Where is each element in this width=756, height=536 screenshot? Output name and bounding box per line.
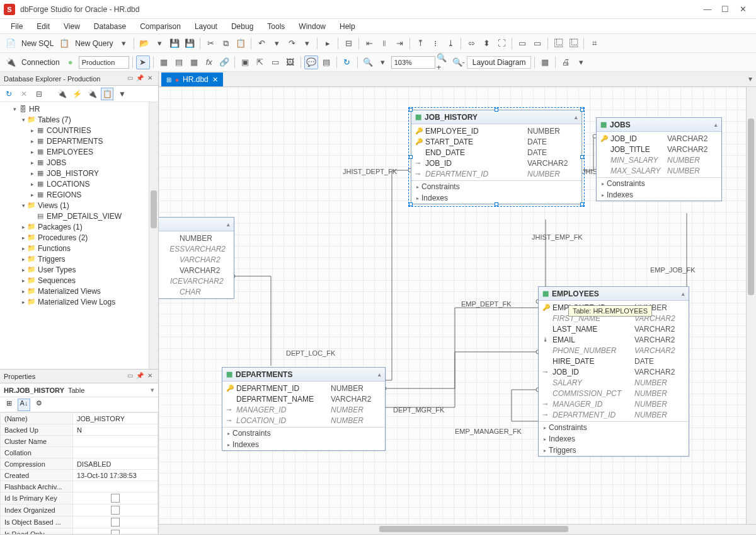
fk-label[interactable]: EMP_JOB_FK xyxy=(649,266,697,274)
pane-window-icon[interactable]: ▭ xyxy=(125,372,134,381)
entity-job-history[interactable]: ▦JOB_HISTORY▴🔑EMPLOYEE_IDNUMBER🔑START_DA… xyxy=(411,110,582,204)
expand-icon[interactable]: ▸ xyxy=(544,425,546,431)
redo-dropdown-icon[interactable]: ▾ xyxy=(300,37,314,50)
connection-dropdown[interactable]: Production xyxy=(79,56,129,69)
pane-close-icon[interactable]: ✕ xyxy=(146,74,154,83)
prop-value[interactable] xyxy=(73,528,158,535)
maximize-button[interactable]: ☐ xyxy=(721,4,730,14)
props-categorized-icon[interactable]: ⊞ xyxy=(3,399,15,411)
script-icon[interactable]: 📋 xyxy=(101,88,113,100)
expand-icon[interactable]: ▸ xyxy=(544,448,546,453)
column-name[interactable]: DEPARTMENT_NAME xyxy=(236,395,331,404)
tree-table[interactable]: LOCATIONS xyxy=(45,180,89,189)
tree-folder[interactable]: Packages (1) xyxy=(37,223,83,231)
align-bottom-icon[interactable]: ⤓ xyxy=(444,37,457,50)
collapse-icon[interactable]: ⊟ xyxy=(33,88,45,100)
align-hcenter-icon[interactable]: ⫶ xyxy=(428,37,442,50)
tree-table[interactable]: REGIONS xyxy=(45,190,81,199)
crop-tool-icon[interactable]: ▣ xyxy=(238,55,252,69)
menu-file[interactable]: File xyxy=(5,20,28,33)
tree-views[interactable]: Views (1) xyxy=(37,201,69,210)
zoom-in-icon[interactable]: 🔍+ xyxy=(437,55,450,69)
container-tool-icon[interactable]: ▦ xyxy=(538,55,552,69)
prop-value[interactable] xyxy=(73,516,158,528)
pane-pin-icon[interactable]: 📌 xyxy=(135,372,144,381)
pane-window-icon[interactable]: ▭ xyxy=(125,74,134,83)
refresh-icon[interactable]: ↻ xyxy=(340,55,354,69)
column-name[interactable]: JOB_ID xyxy=(553,368,634,376)
entity-section[interactable]: Indexes xyxy=(549,434,575,443)
prop-value[interactable] xyxy=(73,447,158,458)
zoom-dropdown[interactable]: 103% xyxy=(391,56,435,69)
entity-section[interactable]: Constraints xyxy=(549,423,587,432)
menu-database[interactable]: Database xyxy=(88,20,132,33)
collapse-icon[interactable]: ▴ xyxy=(682,291,685,297)
align-top-icon[interactable]: ⤒ xyxy=(413,37,427,50)
open-dropdown-icon[interactable]: ▾ xyxy=(152,37,166,50)
props-events-icon[interactable]: ⚙ xyxy=(33,399,45,411)
column-name[interactable]: HIRE_DATE xyxy=(553,357,634,366)
collapse-icon[interactable]: ▴ xyxy=(378,371,381,378)
send-back-icon[interactable]: ▭ xyxy=(530,37,544,50)
entity-departments[interactable]: ▦DEPARTMENTS▴🔑DEPARTMENT_IDNUMBERDEPARTM… xyxy=(222,367,386,451)
refresh-icon[interactable]: ↻ xyxy=(3,88,15,100)
align-center-icon[interactable]: ⊟ xyxy=(341,37,355,50)
save-all-icon[interactable]: 💾 xyxy=(183,37,197,50)
tree-tables[interactable]: Tables (7) xyxy=(37,115,71,124)
column-name[interactable]: JOB_ID xyxy=(610,134,667,143)
prop-value[interactable] xyxy=(73,504,158,516)
pane-pin-icon[interactable]: 📌 xyxy=(135,74,144,83)
grid-tool-icon[interactable]: ▦ xyxy=(187,55,201,69)
ungroup-icon[interactable]: ⿺ xyxy=(566,37,580,50)
column-name[interactable]: END_DATE xyxy=(425,148,527,157)
entity-section[interactable]: Constraints xyxy=(607,179,645,188)
align-right-icon[interactable]: ⇥ xyxy=(392,37,406,50)
table-tool-icon[interactable]: ▦ xyxy=(157,55,171,69)
menu-edit[interactable]: Edit xyxy=(31,20,55,33)
tree-db[interactable]: HR xyxy=(28,105,40,114)
tree-table[interactable]: COUNTRIES xyxy=(45,126,91,135)
expand-icon[interactable]: ▸ xyxy=(416,184,419,190)
tree-folder[interactable]: Procedures (2) xyxy=(37,233,88,242)
prop-value[interactable]: N xyxy=(73,424,158,436)
print-dropdown-icon[interactable]: ▾ xyxy=(574,55,588,69)
undo-dropdown-icon[interactable]: ▾ xyxy=(270,37,284,50)
tabs-overflow-icon[interactable]: ▾ xyxy=(748,74,752,83)
column-name[interactable]: SALARY xyxy=(553,378,634,387)
column-name[interactable]: PHONE_NUMBER xyxy=(553,346,634,355)
entity-section[interactable]: Indexes xyxy=(421,194,448,202)
entity-section[interactable]: Triggers xyxy=(549,446,576,455)
entity-section[interactable]: Constraints xyxy=(232,429,271,438)
tree-table[interactable]: JOBS xyxy=(45,158,66,167)
column-name[interactable]: LAST_NAME xyxy=(553,325,634,334)
tree-folder[interactable]: Materialized View Logs xyxy=(37,298,115,306)
export-tool-icon[interactable]: ⇱ xyxy=(253,55,267,69)
column-name[interactable]: DEPARTMENT_ID xyxy=(236,384,331,393)
fk-label[interactable]: EMP_DEPT_FK xyxy=(460,300,512,308)
align-vcenter-icon[interactable]: ⫴ xyxy=(377,37,391,50)
column-name[interactable]: MANAGER_ID xyxy=(553,400,634,409)
close-button[interactable]: ✕ xyxy=(738,4,747,14)
expand-icon[interactable]: ▸ xyxy=(227,442,230,448)
expand-icon[interactable]: ▸ xyxy=(602,192,604,198)
zoom-fit-icon[interactable]: 🔍 xyxy=(361,55,375,69)
new-sql-button[interactable]: New SQL xyxy=(19,39,56,48)
menu-comparison[interactable]: Comparison xyxy=(134,20,186,33)
column-name[interactable]: ESS xyxy=(169,245,185,253)
layout-diagram-button[interactable]: Layout Diagram xyxy=(467,56,532,69)
zoom-dropdown-caret[interactable]: ▾ xyxy=(376,55,390,69)
copy-icon[interactable]: ⧉ xyxy=(219,37,232,50)
print-tool-icon[interactable]: 🖨 xyxy=(559,55,573,69)
canvas-hscroll[interactable] xyxy=(159,524,756,534)
tree-folder[interactable]: Triggers xyxy=(37,255,66,264)
tree-scrollbar[interactable] xyxy=(149,102,158,369)
entity-jobs[interactable]: ▦JOBS▴🔑JOB_IDVARCHAR2JOB_TITLEVARCHAR2MI… xyxy=(596,117,722,201)
pane-close-icon[interactable]: ✕ xyxy=(146,372,154,381)
prop-value[interactable] xyxy=(73,492,158,504)
execute-icon[interactable]: ▸ xyxy=(321,37,335,50)
collapse-icon[interactable]: ▴ xyxy=(575,114,578,120)
tab-close-icon[interactable]: ✕ xyxy=(212,76,218,84)
column-name[interactable]: MAX_SALARY xyxy=(610,166,667,175)
expand-icon[interactable]: ▸ xyxy=(416,195,419,201)
paste-icon[interactable]: 📋 xyxy=(234,37,248,50)
